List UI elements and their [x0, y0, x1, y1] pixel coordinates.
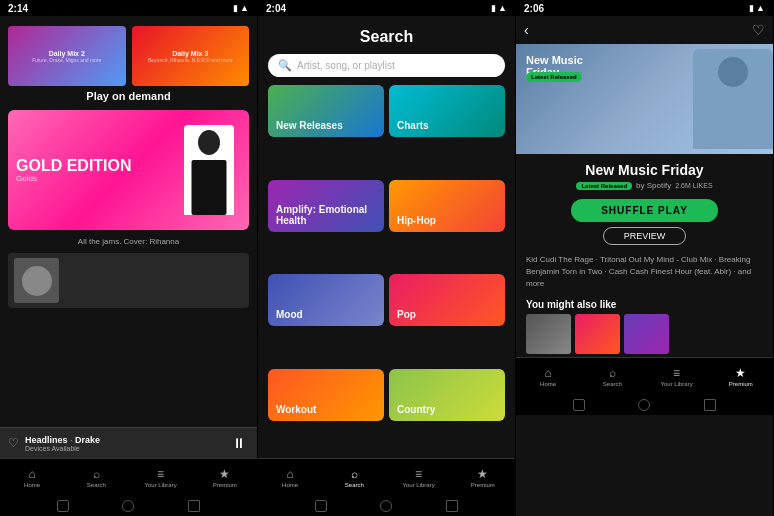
panel1-content: Daily Mix 2 Future, Drake, Migos and mor… [0, 16, 257, 427]
back-arrow[interactable]: ‹ [524, 22, 529, 38]
daily-mix-2-card[interactable]: Daily Mix 2 Future, Drake, Migos and mor… [8, 26, 126, 86]
home-button-2[interactable] [380, 500, 392, 512]
nav-library-3[interactable]: ≡ Your Library [645, 358, 709, 395]
browse-country[interactable]: Country [389, 369, 505, 421]
home-icon-3: ⌂ [545, 366, 552, 380]
play-on-demand-header: Daily Mix 2 Future, Drake, Migos and mor… [0, 16, 257, 106]
latest-released-tag: Latest Released [576, 182, 632, 190]
browse-new-releases[interactable]: New Releases [268, 85, 384, 137]
nav-home-2[interactable]: ⌂ Home [258, 459, 322, 496]
nav-search-1[interactable]: ⌕ Search [64, 459, 128, 496]
browse-hiphop[interactable]: Hip-Hop [389, 180, 505, 232]
search-icon-bar: 🔍 [278, 59, 292, 72]
library-icon-2: ≡ [415, 467, 422, 481]
playlist-hero: New MusicFriday Latest Released [516, 44, 773, 154]
gold-card-text: Gold Edition Golds [16, 157, 132, 184]
nav-premium-2[interactable]: ★ Premium [451, 459, 515, 496]
search-icon-3: ⌕ [609, 366, 616, 380]
panel-search: 2:04 ▮ ▲ Search 🔍 Artist, song, or playl… [258, 0, 516, 516]
search-label-2: Search [345, 482, 364, 488]
you-might-like-heading: You might also like [526, 299, 763, 310]
nav-premium-3[interactable]: ★ Premium [709, 358, 773, 395]
country-label: Country [397, 404, 435, 415]
panel3-header: ‹ ♡ [516, 16, 773, 44]
browse-workout[interactable]: Workout [268, 369, 384, 421]
battery-icon-2: ▮ [491, 3, 496, 13]
like-thumb-3[interactable] [624, 314, 669, 354]
like-thumb-1[interactable] [526, 314, 571, 354]
recent-button-2[interactable] [446, 500, 458, 512]
status-icons-1: ▮ ▲ [233, 3, 249, 13]
back-button-3[interactable] [573, 399, 585, 411]
home-button-3[interactable] [638, 399, 650, 411]
home-label-3: Home [540, 381, 556, 387]
browse-amplify[interactable]: Amplify: Emotional Health [268, 180, 384, 232]
you-might-like-section: You might also like [516, 293, 773, 357]
nav-search-2[interactable]: ⌕ Search [322, 459, 386, 496]
home-icon-2: ⌂ [287, 467, 294, 481]
daily-mix-3-card[interactable]: Daily Mix 3 Beyoncé, Rihanna, N.E.R.D an… [132, 26, 250, 86]
heart-icon[interactable]: ♡ [8, 436, 19, 450]
gold-caption: All the jams. Cover: Rihanna [0, 234, 257, 249]
premium-icon-2: ★ [477, 467, 488, 481]
nav-premium-1[interactable]: ★ Premium [193, 459, 257, 496]
browse-mood[interactable]: Mood [268, 274, 384, 326]
search-icon-1: ⌕ [93, 467, 100, 481]
search-input-bar[interactable]: 🔍 Artist, song, or playlist [268, 54, 505, 77]
android-nav-1 [0, 496, 257, 516]
daily-mix-2-label: Daily Mix 2 [32, 50, 101, 57]
daily-mix-3-label: Daily Mix 3 [148, 50, 233, 57]
bottom-nav-1: ⌂ Home ⌕ Search ≡ Your Library ★ Premium [0, 458, 257, 496]
recent-button-1[interactable] [188, 500, 200, 512]
nav-library-1[interactable]: ≡ Your Library [129, 459, 193, 496]
library-label-3: Your Library [661, 381, 693, 387]
panel-new-music-friday: 2:06 ▮ ▲ ‹ ♡ New MusicFriday Latest Rele… [516, 0, 774, 516]
library-label-1: Your Library [145, 482, 177, 488]
battery-icon-3: ▮ [749, 3, 754, 13]
browse-pop[interactable]: Pop [389, 274, 505, 326]
status-bar-3: 2:06 ▮ ▲ [516, 0, 773, 16]
section-title: Play on demand [0, 90, 257, 102]
nav-search-3[interactable]: ⌕ Search [580, 358, 644, 395]
second-playlist-card[interactable] [8, 253, 249, 308]
track-list-preview: Kid Cudi The Rage · Tritonal Out My Mind… [516, 251, 773, 293]
pause-button[interactable]: ⏸ [229, 433, 249, 453]
shuffle-play-button[interactable]: SHUFFLE PLAY [571, 199, 718, 222]
back-button-1[interactable] [57, 500, 69, 512]
daily-mix-2-sublabel: Future, Drake, Migos and more [32, 57, 101, 63]
android-nav-2 [258, 496, 515, 516]
android-nav-3 [516, 395, 773, 415]
gold-figure [179, 115, 239, 225]
recent-button-3[interactable] [704, 399, 716, 411]
browse-grid: New Releases Charts Amplify: Emotional H… [258, 85, 515, 458]
preview-button[interactable]: PREVIEW [603, 227, 687, 245]
likes-count: 2.6M LIKES [675, 182, 712, 189]
back-button-2[interactable] [315, 500, 327, 512]
premium-label-2: Premium [471, 482, 495, 488]
search-icon-2: ⌕ [351, 467, 358, 481]
track-preview-text: Kid Cudi The Rage · Tritonal Out My Mind… [526, 254, 763, 290]
home-button-1[interactable] [122, 500, 134, 512]
hero-figure [619, 44, 773, 154]
mood-label: Mood [276, 309, 303, 320]
status-time-1: 2:14 [8, 3, 28, 14]
library-label-2: Your Library [403, 482, 435, 488]
status-bar-1: 2:14 ▮ ▲ [0, 0, 257, 16]
status-time-3: 2:06 [524, 3, 544, 14]
library-icon-1: ≡ [157, 467, 164, 481]
home-label-2: Home [282, 482, 298, 488]
artist-silhouette [693, 49, 773, 149]
person-face-icon [22, 266, 52, 296]
hiphop-label: Hip-Hop [397, 215, 436, 226]
curator-text: by Spotify [636, 181, 671, 190]
second-card-thumb [14, 258, 59, 303]
gold-edition-card[interactable]: Gold Edition Golds [8, 110, 249, 230]
nav-library-2[interactable]: ≡ Your Library [387, 459, 451, 496]
nav-home-1[interactable]: ⌂ Home [0, 459, 64, 496]
browse-charts[interactable]: Charts [389, 85, 505, 137]
home-icon: ⌂ [29, 467, 36, 481]
search-title: Search [258, 16, 515, 54]
nav-home-3[interactable]: ⌂ Home [516, 358, 580, 395]
favorite-icon[interactable]: ♡ [752, 22, 765, 38]
like-thumb-2[interactable] [575, 314, 620, 354]
